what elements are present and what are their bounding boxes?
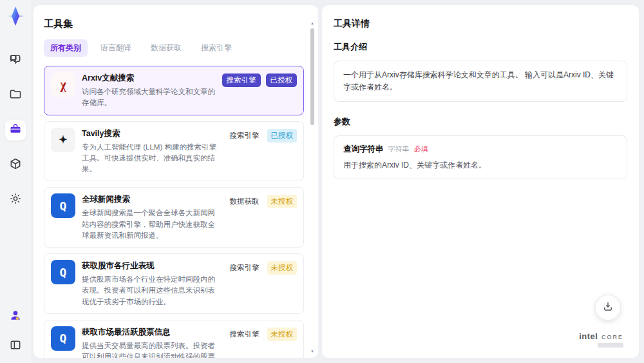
tools-panel: 工具集 所有类别语言翻译数据获取搜索引擎 χ Arxiv文献搜索 访问各个研究领… — [33, 5, 318, 358]
tool-list: χ Arxiv文献搜索 访问各个研究领域大量科学论文和文章的存储库。 搜索引擎 … — [44, 66, 304, 358]
param-box: 查询字符串 字符串 必填 用于搜索的Arxiv ID、关键字或作者姓名。 — [334, 135, 627, 179]
tool-name: 全球新闻搜索 — [82, 194, 221, 205]
tool-description: 提供股票市场各个行业在特定时间段内的表现。投资者可以利用这些信息来识别表现优于或… — [82, 274, 221, 308]
app-rail — [0, 0, 31, 363]
tool-description: 专为人工智能代理 (LLM) 构建的搜索引擎工具。可快速提供实时、准确和真实的结… — [82, 142, 221, 175]
q-news-icon: Q — [51, 193, 75, 218]
tool-name: Arxiv文献搜索 — [82, 73, 216, 84]
tool-description: 提供当天交易量最高的股票列表。投资者可以利用这些信息来识别流动性强的股票和潜在的… — [82, 340, 221, 358]
intro-box: 一个用于从Arxiv存储库搜索科学论文和文章的工具。 输入可以是Arxiv ID… — [334, 61, 627, 102]
intel-core-logo: intel core — [579, 331, 623, 348]
auth-status-badge: 未授权 — [267, 261, 298, 275]
scrollbar-thumb[interactable] — [310, 28, 314, 125]
intro-text: 一个用于从Arxiv存储库搜索科学论文和文章的工具。 输入可以是Arxiv ID… — [343, 69, 618, 93]
panel-toggle-icon — [9, 338, 22, 354]
param-required-flag: 必填 — [414, 144, 428, 154]
auth-status-badge: 未授权 — [267, 328, 298, 341]
sidebar-item-tools[interactable] — [5, 120, 26, 141]
category-badge: 搜索引擎 — [227, 129, 262, 142]
folder-icon — [9, 88, 22, 103]
sidebar-item-settings[interactable] — [5, 190, 26, 210]
category-tab-2[interactable]: 数据获取 — [144, 39, 188, 57]
cube-icon — [9, 157, 22, 173]
auth-status-badge: 已授权 — [267, 129, 298, 142]
briefcase-icon — [9, 123, 22, 138]
category-tab-1[interactable]: 语言翻译 — [94, 39, 138, 57]
arxiv-icon: χ — [51, 72, 75, 97]
sidebar-item-files[interactable] — [5, 85, 26, 106]
intel-badge-bar — [598, 343, 623, 348]
tool-card[interactable]: Q 全球新闻搜索 全球新闻搜索是一个聚合全球各大新闻网站内容的搜索引擎，帮助用户… — [44, 187, 304, 248]
tool-card[interactable]: ✦ Tavily搜索 专为人工智能代理 (LLM) 构建的搜索引擎工具。可快速提… — [44, 121, 304, 182]
intro-heading: 工具介绍 — [334, 41, 627, 53]
tavily-icon: ✦ — [51, 128, 75, 152]
chat-icon — [9, 53, 22, 68]
category-badge: 数据获取 — [227, 195, 262, 208]
category-tabs: 所有类别语言翻译数据获取搜索引擎 — [44, 39, 304, 57]
param-description: 用于搜索的Arxiv ID、关键字或作者姓名。 — [343, 160, 618, 171]
intel-wordmark: intel — [579, 331, 598, 341]
sidebar-item-plugins[interactable] — [5, 155, 26, 175]
tool-name: 获取市场最活跃股票信息 — [82, 327, 221, 338]
auth-status-badge: 已授权 — [266, 74, 298, 87]
auth-status-badge: 未授权 — [267, 195, 298, 208]
tool-card[interactable]: Q 获取市场最活跃股票信息 提供当天交易量最高的股票列表。投资者可以利用这些信息… — [44, 320, 304, 358]
tool-description: 全球新闻搜索是一个聚合全球各大新闻网站内容的搜索引擎，帮助用户快速获取全球最新资… — [82, 208, 221, 241]
category-badge: 搜索引擎 — [222, 74, 261, 87]
tool-name: Tavily搜索 — [82, 128, 221, 139]
category-tab-0[interactable]: 所有类别 — [44, 39, 88, 57]
download-button[interactable] — [595, 295, 621, 320]
user-icon — [9, 309, 22, 324]
app-logo[interactable] — [5, 5, 26, 27]
tool-details-panel: 工具详情 工具介绍 一个用于从Arxiv存储库搜索科学论文和文章的工具。 输入可… — [322, 5, 639, 358]
tools-panel-title: 工具集 — [44, 18, 304, 30]
category-badge: 搜索引擎 — [227, 328, 262, 341]
details-panel-title: 工具详情 — [334, 18, 627, 30]
category-badge: 搜索引擎 — [227, 261, 262, 275]
list-scrollbar[interactable]: ▲ ▼ — [310, 21, 315, 354]
core-wordmark: core — [598, 331, 623, 341]
tool-card[interactable]: Q 获取股市各行业表现 提供股票市场各个行业在特定时间段内的表现。投资者可以利用… — [44, 253, 304, 314]
tool-description: 访问各个研究领域大量科学论文和文章的存储库。 — [82, 86, 216, 109]
tool-name: 获取股市各行业表现 — [82, 260, 221, 271]
download-icon — [602, 300, 614, 315]
scroll-down-icon[interactable]: ▼ — [310, 349, 315, 354]
param-type: 字符串 — [388, 144, 410, 154]
q-news-icon: Q — [51, 260, 75, 284]
params-heading: 参数 — [334, 116, 627, 128]
rail-bottom — [5, 306, 26, 357]
rail-nav — [5, 50, 26, 210]
user-avatar[interactable] — [5, 306, 26, 327]
gear-icon — [9, 192, 22, 208]
sidebar-item-chat[interactable] — [5, 50, 26, 71]
param-name: 查询字符串 — [343, 144, 384, 155]
collapse-panel-button[interactable] — [5, 336, 26, 357]
scroll-up-icon[interactable]: ▲ — [310, 21, 315, 26]
category-tab-3[interactable]: 搜索引擎 — [194, 39, 238, 57]
q-news-icon: Q — [51, 326, 75, 351]
tool-card[interactable]: χ Arxiv文献搜索 访问各个研究领域大量科学论文和文章的存储库。 搜索引擎 … — [44, 66, 304, 115]
